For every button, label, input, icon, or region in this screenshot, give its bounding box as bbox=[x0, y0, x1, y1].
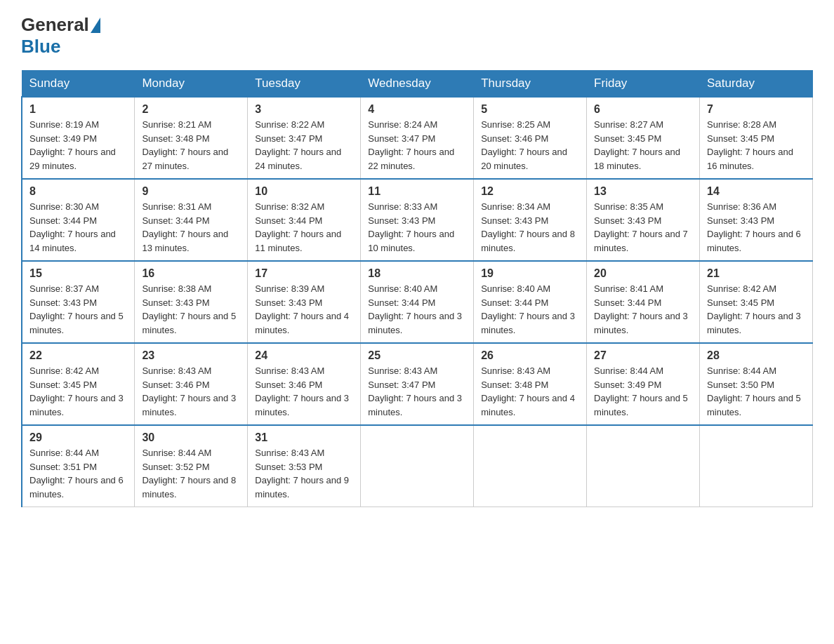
day-info: Sunrise: 8:32 AMSunset: 3:44 PMDaylight:… bbox=[255, 200, 353, 255]
day-number: 29 bbox=[29, 431, 127, 444]
day-number: 23 bbox=[142, 349, 240, 362]
col-header-tuesday: Tuesday bbox=[248, 71, 361, 98]
day-info: Sunrise: 8:35 AMSunset: 3:43 PMDaylight:… bbox=[594, 200, 692, 255]
calendar-cell: 25Sunrise: 8:43 AMSunset: 3:47 PMDayligh… bbox=[361, 343, 474, 425]
day-info: Sunrise: 8:39 AMSunset: 3:43 PMDaylight:… bbox=[255, 282, 353, 337]
day-number: 19 bbox=[481, 267, 579, 280]
day-info: Sunrise: 8:37 AMSunset: 3:43 PMDaylight:… bbox=[29, 282, 127, 337]
week-row-2: 8Sunrise: 8:30 AMSunset: 3:44 PMDaylight… bbox=[22, 179, 813, 261]
calendar-cell: 14Sunrise: 8:36 AMSunset: 3:43 PMDayligh… bbox=[700, 179, 813, 261]
day-number: 10 bbox=[255, 185, 353, 198]
day-number: 15 bbox=[29, 267, 127, 280]
calendar-cell: 20Sunrise: 8:41 AMSunset: 3:44 PMDayligh… bbox=[587, 261, 700, 343]
logo-triangle-icon bbox=[91, 18, 100, 33]
day-info: Sunrise: 8:42 AMSunset: 3:45 PMDaylight:… bbox=[707, 282, 805, 337]
day-info: Sunrise: 8:43 AMSunset: 3:46 PMDaylight:… bbox=[255, 364, 353, 419]
calendar-cell: 22Sunrise: 8:42 AMSunset: 3:45 PMDayligh… bbox=[22, 343, 135, 425]
day-number: 7 bbox=[707, 103, 805, 116]
page-header: General Blue bbox=[21, 14, 813, 58]
calendar-cell: 16Sunrise: 8:38 AMSunset: 3:43 PMDayligh… bbox=[135, 261, 248, 343]
calendar-cell: 15Sunrise: 8:37 AMSunset: 3:43 PMDayligh… bbox=[22, 261, 135, 343]
calendar-cell bbox=[361, 425, 474, 507]
day-number: 30 bbox=[142, 431, 240, 444]
calendar-header-row: SundayMondayTuesdayWednesdayThursdayFrid… bbox=[22, 71, 813, 98]
calendar-cell: 12Sunrise: 8:34 AMSunset: 3:43 PMDayligh… bbox=[474, 179, 587, 261]
day-number: 3 bbox=[255, 103, 353, 116]
day-info: Sunrise: 8:19 AMSunset: 3:49 PMDaylight:… bbox=[29, 118, 127, 173]
calendar-cell: 30Sunrise: 8:44 AMSunset: 3:52 PMDayligh… bbox=[135, 425, 248, 507]
calendar-cell: 17Sunrise: 8:39 AMSunset: 3:43 PMDayligh… bbox=[248, 261, 361, 343]
calendar-cell: 1Sunrise: 8:19 AMSunset: 3:49 PMDaylight… bbox=[22, 97, 135, 179]
calendar-cell: 23Sunrise: 8:43 AMSunset: 3:46 PMDayligh… bbox=[135, 343, 248, 425]
day-info: Sunrise: 8:38 AMSunset: 3:43 PMDaylight:… bbox=[142, 282, 240, 337]
calendar-cell: 2Sunrise: 8:21 AMSunset: 3:48 PMDaylight… bbox=[135, 97, 248, 179]
day-number: 25 bbox=[368, 349, 466, 362]
day-info: Sunrise: 8:30 AMSunset: 3:44 PMDaylight:… bbox=[29, 200, 127, 255]
col-header-wednesday: Wednesday bbox=[361, 71, 474, 98]
logo-general-text: General bbox=[21, 14, 89, 36]
col-header-friday: Friday bbox=[587, 71, 700, 98]
calendar-cell bbox=[700, 425, 813, 507]
day-number: 1 bbox=[29, 103, 127, 116]
calendar-cell: 10Sunrise: 8:32 AMSunset: 3:44 PMDayligh… bbox=[248, 179, 361, 261]
day-number: 27 bbox=[594, 349, 692, 362]
day-info: Sunrise: 8:24 AMSunset: 3:47 PMDaylight:… bbox=[368, 118, 466, 173]
day-number: 12 bbox=[481, 185, 579, 198]
calendar-cell: 28Sunrise: 8:44 AMSunset: 3:50 PMDayligh… bbox=[700, 343, 813, 425]
day-info: Sunrise: 8:44 AMSunset: 3:50 PMDaylight:… bbox=[707, 364, 805, 419]
calendar-cell bbox=[587, 425, 700, 507]
calendar-cell: 11Sunrise: 8:33 AMSunset: 3:43 PMDayligh… bbox=[361, 179, 474, 261]
day-info: Sunrise: 8:42 AMSunset: 3:45 PMDaylight:… bbox=[29, 364, 127, 419]
calendar-cell: 24Sunrise: 8:43 AMSunset: 3:46 PMDayligh… bbox=[248, 343, 361, 425]
day-info: Sunrise: 8:27 AMSunset: 3:45 PMDaylight:… bbox=[594, 118, 692, 173]
logo-blue-text: Blue bbox=[21, 36, 60, 57]
day-info: Sunrise: 8:33 AMSunset: 3:43 PMDaylight:… bbox=[368, 200, 466, 255]
day-info: Sunrise: 8:31 AMSunset: 3:44 PMDaylight:… bbox=[142, 200, 240, 255]
calendar-cell: 4Sunrise: 8:24 AMSunset: 3:47 PMDaylight… bbox=[361, 97, 474, 179]
day-number: 16 bbox=[142, 267, 240, 280]
day-number: 11 bbox=[368, 185, 466, 198]
calendar-cell: 5Sunrise: 8:25 AMSunset: 3:46 PMDaylight… bbox=[474, 97, 587, 179]
calendar-cell: 6Sunrise: 8:27 AMSunset: 3:45 PMDaylight… bbox=[587, 97, 700, 179]
day-info: Sunrise: 8:43 AMSunset: 3:46 PMDaylight:… bbox=[142, 364, 240, 419]
day-number: 6 bbox=[594, 103, 692, 116]
calendar-table: SundayMondayTuesdayWednesdayThursdayFrid… bbox=[21, 70, 813, 507]
calendar-cell: 9Sunrise: 8:31 AMSunset: 3:44 PMDaylight… bbox=[135, 179, 248, 261]
calendar-cell bbox=[474, 425, 587, 507]
day-number: 14 bbox=[707, 185, 805, 198]
day-number: 17 bbox=[255, 267, 353, 280]
day-number: 31 bbox=[255, 431, 353, 444]
day-info: Sunrise: 8:40 AMSunset: 3:44 PMDaylight:… bbox=[368, 282, 466, 337]
calendar-cell: 26Sunrise: 8:43 AMSunset: 3:48 PMDayligh… bbox=[474, 343, 587, 425]
logo: General Blue bbox=[21, 14, 102, 58]
day-number: 26 bbox=[481, 349, 579, 362]
day-info: Sunrise: 8:41 AMSunset: 3:44 PMDaylight:… bbox=[594, 282, 692, 337]
day-number: 21 bbox=[707, 267, 805, 280]
calendar-cell: 27Sunrise: 8:44 AMSunset: 3:49 PMDayligh… bbox=[587, 343, 700, 425]
day-info: Sunrise: 8:44 AMSunset: 3:51 PMDaylight:… bbox=[29, 446, 127, 501]
day-info: Sunrise: 8:25 AMSunset: 3:46 PMDaylight:… bbox=[481, 118, 579, 173]
day-number: 18 bbox=[368, 267, 466, 280]
day-info: Sunrise: 8:43 AMSunset: 3:48 PMDaylight:… bbox=[481, 364, 579, 419]
col-header-thursday: Thursday bbox=[474, 71, 587, 98]
day-info: Sunrise: 8:40 AMSunset: 3:44 PMDaylight:… bbox=[481, 282, 579, 337]
col-header-monday: Monday bbox=[135, 71, 248, 98]
day-info: Sunrise: 8:43 AMSunset: 3:53 PMDaylight:… bbox=[255, 446, 353, 501]
day-info: Sunrise: 8:44 AMSunset: 3:49 PMDaylight:… bbox=[594, 364, 692, 419]
day-number: 4 bbox=[368, 103, 466, 116]
week-row-1: 1Sunrise: 8:19 AMSunset: 3:49 PMDaylight… bbox=[22, 97, 813, 179]
day-number: 28 bbox=[707, 349, 805, 362]
day-number: 13 bbox=[594, 185, 692, 198]
calendar-cell: 29Sunrise: 8:44 AMSunset: 3:51 PMDayligh… bbox=[22, 425, 135, 507]
calendar-cell: 13Sunrise: 8:35 AMSunset: 3:43 PMDayligh… bbox=[587, 179, 700, 261]
calendar-cell: 19Sunrise: 8:40 AMSunset: 3:44 PMDayligh… bbox=[474, 261, 587, 343]
day-number: 9 bbox=[142, 185, 240, 198]
day-info: Sunrise: 8:22 AMSunset: 3:47 PMDaylight:… bbox=[255, 118, 353, 173]
calendar-cell: 21Sunrise: 8:42 AMSunset: 3:45 PMDayligh… bbox=[700, 261, 813, 343]
day-number: 24 bbox=[255, 349, 353, 362]
day-number: 8 bbox=[29, 185, 127, 198]
day-info: Sunrise: 8:28 AMSunset: 3:45 PMDaylight:… bbox=[707, 118, 805, 173]
calendar-cell: 31Sunrise: 8:43 AMSunset: 3:53 PMDayligh… bbox=[248, 425, 361, 507]
day-number: 5 bbox=[481, 103, 579, 116]
day-info: Sunrise: 8:44 AMSunset: 3:52 PMDaylight:… bbox=[142, 446, 240, 501]
